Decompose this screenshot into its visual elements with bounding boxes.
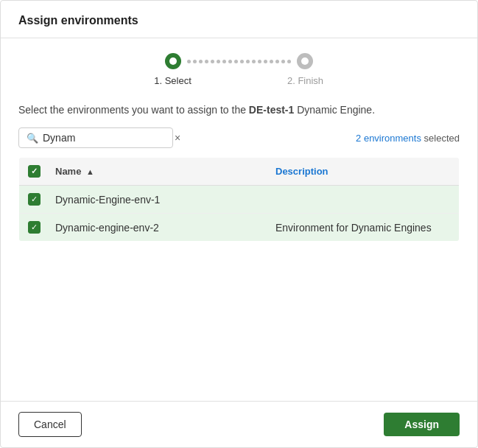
step-dots [187,60,291,63]
step-dot [187,60,191,63]
row-2-name: Dynamic-engine-env-2 [46,214,267,242]
name-header-label: Name [55,166,81,177]
step-dot [228,60,232,63]
step-dot [275,60,279,63]
step-dot [205,60,208,63]
search-icon: 🔍 [27,133,38,144]
description-prefix: Select the environments you want to assi… [18,104,249,116]
step-dot [217,60,220,63]
name-column-header[interactable]: Name ▲ [46,158,267,186]
dialog-footer: Cancel Assign [1,401,477,447]
step-dot [270,60,273,63]
search-input[interactable] [43,132,172,144]
search-input-container[interactable]: 🔍 × [18,127,173,148]
step-dot [199,60,203,63]
header-checkbox-cell: ✓ [19,158,47,186]
step-dot [252,60,256,63]
dialog-header: Assign environments [1,1,477,38]
table-row: ✓ Dynamic-engine-env-2 Environment for D… [19,214,460,242]
description-text: Select the environments you want to assi… [18,104,460,116]
cancel-button[interactable]: Cancel [18,412,82,437]
table-row: ✓ Dynamic-Engine-env-1 [19,186,460,214]
description-header-label: Description [275,166,328,177]
step-dot [246,60,250,63]
selected-count-text: 2 environments [356,133,421,144]
engine-name: DE-test-1 [249,104,294,116]
table-body: ✓ Dynamic-Engine-env-1 ✓ Dynamic-engine-… [19,186,460,242]
table-header-row: ✓ Name ▲ Description [19,158,460,186]
search-bar-wrapper: 🔍 × 2 environments selected [18,127,460,148]
dialog-body: 1. Select 2. Finish Select the environme… [1,38,477,401]
step-dot [258,60,261,63]
step-dot [240,60,244,63]
row-1-description [267,186,460,214]
step-dot [281,60,285,63]
select-all-checkbox[interactable]: ✓ [28,165,41,178]
stepper-labels: 1. Select 2. Finish [18,75,460,86]
step-dot [193,60,197,63]
description-column-header: Description [267,158,460,186]
row-2-description: Environment for Dynamic Engines [267,214,460,242]
step-dot [287,60,291,63]
step-2-label: 2. Finish [284,75,328,86]
table-header: ✓ Name ▲ Description [19,158,460,186]
checkmark-icon: ✓ [31,167,38,175]
selected-count: 2 environments selected [356,133,460,144]
assign-environments-dialog: Assign environments [0,0,478,448]
step-dot [234,60,238,63]
step-dot [211,60,214,63]
selected-environments-link[interactable]: 2 environments [356,133,421,144]
row-1-name: Dynamic-Engine-env-1 [46,186,267,214]
row-1-checkbox-cell: ✓ [19,186,47,214]
assign-button[interactable]: Assign [384,413,460,436]
search-clear-icon[interactable]: × [175,132,180,144]
selected-suffix: selected [421,133,460,144]
checkmark-icon: ✓ [31,195,38,203]
checkmark-icon: ✓ [31,223,38,231]
dialog-title: Assign environments [18,14,138,27]
row-2-checkbox-cell: ✓ [19,214,47,242]
step-1-label: 1. Select [151,75,195,86]
row-1-checkbox[interactable]: ✓ [28,193,41,206]
sort-icon: ▲ [86,167,94,176]
stepper-track [165,53,313,69]
environments-table: ✓ Name ▲ Description ✓ [18,157,460,242]
row-2-checkbox[interactable]: ✓ [28,221,41,234]
step-dot [264,60,267,63]
stepper: 1. Select 2. Finish [18,53,460,86]
step-1-circle [165,53,181,69]
description-suffix: Dynamic Engine. [294,104,375,116]
step-dot [222,60,226,63]
step-1-inner [169,57,177,65]
step-2-inner [301,57,309,65]
step-2-circle [297,53,313,69]
